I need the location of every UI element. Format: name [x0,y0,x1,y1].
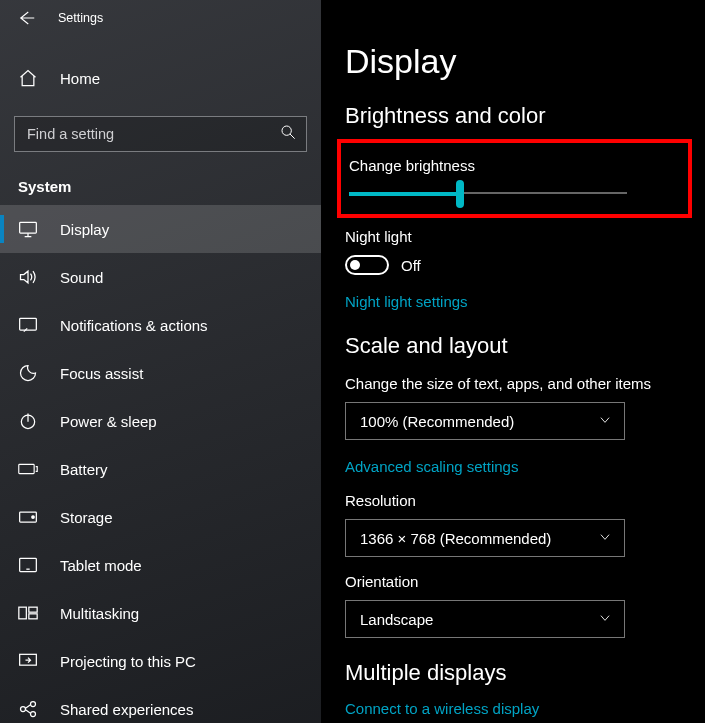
nav-item-power-sleep[interactable]: Power & sleep [0,397,321,445]
nav-label: Storage [60,509,113,526]
svg-point-14 [31,712,36,717]
scale-value: 100% (Recommended) [360,413,514,430]
night-light-toggle[interactable] [345,255,389,275]
svg-rect-9 [29,607,37,612]
toggle-knob [350,260,360,270]
home-label: Home [60,70,100,87]
nav-item-notifications[interactable]: Notifications & actions [0,301,321,349]
resolution-value: 1366 × 768 (Recommended) [360,530,551,547]
nav-list: Display Sound Notifications & actions Fo… [0,205,321,723]
resolution-label: Resolution [345,492,705,509]
focus-assist-icon [18,363,38,383]
nav-label: Tablet mode [60,557,142,574]
battery-icon [18,462,38,476]
search-input[interactable] [27,126,257,142]
nav-item-sound[interactable]: Sound [0,253,321,301]
svg-rect-2 [20,318,37,330]
scale-label: Change the size of text, apps, and other… [345,375,705,392]
nav-label: Focus assist [60,365,143,382]
connect-wireless-link[interactable]: Connect to a wireless display [345,700,539,717]
tablet-icon [18,556,38,574]
scale-dropdown[interactable]: 100% (Recommended) [345,402,625,440]
section-scale-header: Scale and layout [345,333,705,359]
svg-point-13 [31,702,36,707]
section-multiple-displays-header: Multiple displays [345,660,705,686]
night-light-settings-link[interactable]: Night light settings [345,293,468,310]
window-title: Settings [58,11,103,25]
nav-item-tablet-mode[interactable]: Tablet mode [0,541,321,589]
main-content: Display Brightness and color Change brig… [321,0,705,723]
chevron-down-icon [598,611,612,628]
svg-point-12 [21,707,26,712]
brightness-slider[interactable] [349,192,627,196]
projecting-icon [18,652,38,670]
chevron-down-icon [598,413,612,430]
slider-fill [349,192,460,196]
svg-rect-1 [20,222,37,233]
resolution-dropdown[interactable]: 1366 × 768 (Recommended) [345,519,625,557]
nav-label: Projecting to this PC [60,653,196,670]
advanced-scaling-link[interactable]: Advanced scaling settings [345,458,518,475]
settings-sidebar: Settings Home System Display Sound [0,0,321,723]
nav-item-multitasking[interactable]: Multitasking [0,589,321,637]
sound-icon [18,268,38,286]
svg-point-0 [282,126,291,135]
chevron-down-icon [598,530,612,547]
power-icon [18,411,38,431]
nav-label: Sound [60,269,103,286]
nav-label: Shared experiences [60,701,193,718]
nav-label: Battery [60,461,108,478]
svg-rect-10 [29,614,37,619]
sidebar-section-header: System [0,152,321,205]
storage-icon [18,509,38,525]
orientation-value: Landscape [360,611,433,628]
nav-item-display[interactable]: Display [0,205,321,253]
slider-thumb[interactable] [456,180,464,208]
nav-item-projecting[interactable]: Projecting to this PC [0,637,321,685]
nav-label: Multitasking [60,605,139,622]
nav-item-shared-experiences[interactable]: Shared experiences [0,685,321,723]
section-brightness-header: Brightness and color [345,103,705,129]
nav-label: Notifications & actions [60,317,208,334]
shared-icon [18,699,38,719]
brightness-label: Change brightness [349,157,670,174]
nav-item-battery[interactable]: Battery [0,445,321,493]
svg-rect-8 [19,607,26,619]
titlebar: Settings [0,0,321,36]
svg-rect-4 [19,464,34,473]
orientation-dropdown[interactable]: Landscape [345,600,625,638]
multitasking-icon [18,605,38,621]
nav-item-storage[interactable]: Storage [0,493,321,541]
display-icon [18,220,38,238]
notifications-icon [18,316,38,334]
nav-label: Power & sleep [60,413,157,430]
back-button[interactable] [16,8,36,28]
nav-item-focus-assist[interactable]: Focus assist [0,349,321,397]
home-nav-item[interactable]: Home [0,54,321,102]
search-icon [280,124,296,144]
night-light-state: Off [401,257,421,274]
home-icon [18,68,38,88]
page-title: Display [345,0,705,81]
night-light-label: Night light [345,228,705,245]
svg-point-6 [32,516,35,519]
orientation-label: Orientation [345,573,705,590]
search-box[interactable] [14,116,307,152]
nav-label: Display [60,221,109,238]
brightness-highlight: Change brightness [337,139,692,218]
